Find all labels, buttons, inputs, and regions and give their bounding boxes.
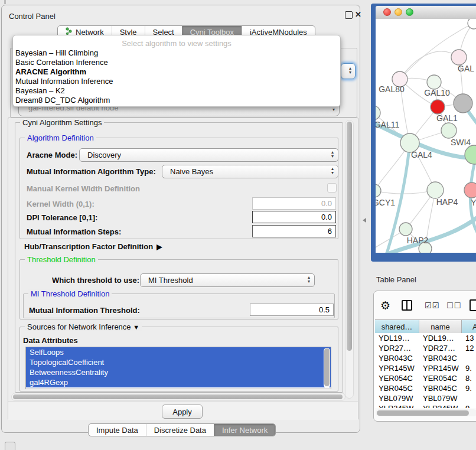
dropdown-item-mutual-information[interactable]: Mutual Information Inference xyxy=(13,77,340,86)
list-scrollbar-thumb[interactable] xyxy=(324,348,330,386)
close-traffic-light[interactable] xyxy=(383,8,391,16)
settings-vertical-scrollbar xyxy=(345,120,354,399)
manual-kernel-width-label: Manual Kernel Width Definition xyxy=(27,184,140,193)
node-gal1-red[interactable] xyxy=(431,100,445,114)
control-panel-title: Control Panel xyxy=(9,12,56,21)
table-row[interactable]: YLR345WYLR345W9. xyxy=(375,403,476,408)
mi-threshold-definition-title: MI Threshold Definition xyxy=(28,289,112,298)
node-label: HAP4 xyxy=(436,197,458,207)
screenshot-root: Control Panel ✕ Network Style Select xyxy=(0,0,476,450)
node-gray-hub[interactable] xyxy=(454,94,472,113)
network-canvas[interactable]: GAL GAL80 GAL10 GAL1 GAL11 SWI4 GAL4 GCY… xyxy=(376,19,476,253)
column-header-third[interactable]: A xyxy=(462,320,476,333)
kernel-width-field[interactable]: 0.0 xyxy=(252,197,336,210)
node-gal10[interactable] xyxy=(427,75,441,89)
expander-right-icon: ▶ xyxy=(157,243,162,251)
mi-threshold-label: Mutual Information Threshold: xyxy=(29,306,140,315)
node-swi4[interactable] xyxy=(441,123,457,138)
mi-steps-field[interactable]: 6 xyxy=(252,225,336,237)
top-edge-artifact xyxy=(4,0,6,4)
table-row[interactable]: YBR043CYBR043C xyxy=(375,353,476,363)
document-icon[interactable] xyxy=(470,299,476,311)
dropdown-item-bayesian-k2[interactable]: Bayesian – K2 xyxy=(13,86,340,96)
hub-definition-expander[interactable]: Hub/Transcription Factor Definition▶ xyxy=(24,242,162,251)
settings-horizontal-scrollbar-thumb[interactable] xyxy=(13,394,343,399)
table-row[interactable]: YBL079WYBL079W xyxy=(375,393,476,403)
network-graph xyxy=(376,19,476,253)
network-window-titlebar[interactable] xyxy=(376,6,476,19)
dropdown-item-aracne[interactable]: ARACNE Algorithm xyxy=(13,67,340,77)
dropdown-item-bayesian-hill-climbing[interactable]: Bayesian – Hill Climbing xyxy=(13,48,340,58)
table-row[interactable]: YDR27…YDR27…12 xyxy=(375,343,476,353)
settings-vertical-scrollbar-thumb[interactable] xyxy=(347,122,352,351)
dpi-tolerance-label: DPI Tolerance [0,1]: xyxy=(27,213,97,222)
float-window-icon[interactable] xyxy=(345,11,353,19)
sources-title-label: Sources for Network Inference xyxy=(27,322,131,331)
table-row[interactable]: YER054CYER054C8. xyxy=(375,373,476,383)
tab-impute-data[interactable]: Impute Data xyxy=(89,424,146,436)
close-icon[interactable]: ✕ xyxy=(355,10,361,19)
zoom-traffic-light[interactable] xyxy=(406,8,413,16)
list-item-gal4rgexp[interactable]: gal4RGexp xyxy=(26,377,331,387)
node-gal-pink[interactable] xyxy=(451,50,467,65)
settings-horizontal-scrollbar xyxy=(11,393,345,401)
list-item-betweennesscentrality[interactable]: BetweennessCentrality xyxy=(26,367,331,377)
node-label: GAL80 xyxy=(379,84,405,94)
table-row[interactable]: YPR145WYPR145W9. xyxy=(375,363,476,373)
node-unlabeled-top[interactable] xyxy=(468,19,476,29)
minimize-traffic-light[interactable] xyxy=(395,8,402,16)
algorithm-dropdown-placeholder: Select algorithm to view settings xyxy=(13,39,340,48)
which-threshold-combo[interactable]: MI Threshold ▴▾ xyxy=(140,273,315,287)
node-hap4[interactable] xyxy=(427,182,444,198)
table-panel: ⚙ ☑☑ ☐☐ shared… name A YDL19…YDL19…13 YD… xyxy=(373,291,476,422)
aracne-mode-value: Discovery xyxy=(87,151,121,159)
algorithm-definition-title: Algorithm Definition xyxy=(25,133,96,142)
node-label: Y xyxy=(471,198,476,207)
deselect-all-icon[interactable]: ☐☐ xyxy=(446,301,461,310)
table-panel-title: Table Panel xyxy=(376,275,416,284)
algorithm-dropdown-popup: Select algorithm to view settings Bayesi… xyxy=(12,35,341,107)
bottom-left-mini-icon[interactable] xyxy=(5,442,15,450)
columns-icon[interactable] xyxy=(402,300,412,311)
node-green-right[interactable] xyxy=(465,145,476,164)
column-header-name[interactable]: name xyxy=(419,320,462,333)
tab-infer-network[interactable]: Infer Network xyxy=(214,424,275,436)
combo-stepper-icon: ▴▾ xyxy=(331,150,334,158)
node-gcy1[interactable] xyxy=(376,184,381,197)
table-row[interactable]: YDL19…YDL19…13 xyxy=(375,333,476,343)
tab-discretize-data[interactable]: Discretize Data xyxy=(146,424,214,436)
control-panel: Control Panel ✕ Network Style Select xyxy=(1,5,360,433)
node-label: HAP2 xyxy=(407,236,429,245)
apply-button[interactable]: Apply xyxy=(162,405,203,419)
table-horizontal-scrollbar-thumb[interactable] xyxy=(377,410,469,416)
mi-threshold-field[interactable]: 0.5 xyxy=(250,304,334,316)
node-salmon-right[interactable] xyxy=(464,182,476,198)
aracne-mode-combo[interactable]: Discovery ▴▾ xyxy=(79,148,338,162)
dpi-tolerance-field[interactable]: 0.0 xyxy=(252,211,336,223)
table-row[interactable]: YBR045CYBR045C9. xyxy=(375,383,476,393)
sources-title[interactable]: Sources for Network Inference ▼ xyxy=(25,322,142,331)
gear-icon[interactable]: ⚙ xyxy=(380,299,390,312)
panel-splitter-arrow[interactable] xyxy=(363,218,366,223)
column-header-shared-name[interactable]: shared… xyxy=(375,320,419,333)
node-label: GCY1 xyxy=(376,198,395,207)
kernel-width-label: Kernel Width (0,1): xyxy=(27,200,94,208)
dropdown-item-basic-correlation[interactable]: Basic Correlation Inference xyxy=(13,58,340,67)
mi-algorithm-type-label: Mutual Information Algorithm Type: xyxy=(27,167,156,176)
node-label: GAL4 xyxy=(411,150,432,159)
select-all-icon[interactable]: ☑☑ xyxy=(425,301,439,310)
mi-algorithm-type-combo[interactable]: Naive Bayes ▴▾ xyxy=(162,165,338,178)
mi-algorithm-type-value: Naive Bayes xyxy=(170,167,213,176)
algorithm-combo-focused-edge[interactable]: ▴▾ xyxy=(341,63,356,79)
mi-steps-label: Mutual Information Steps: xyxy=(27,227,121,236)
dropdown-item-dream8[interactable]: Dream8 DC_TDC Algorithm xyxy=(13,96,340,105)
node-label: SWI4 xyxy=(451,138,471,147)
data-attributes-label: Data Attributes xyxy=(23,336,78,345)
combo-stepper-icon: ▴▾ xyxy=(349,66,351,74)
aracne-mode-label: Aracne Mode: xyxy=(27,151,77,159)
node-hap2[interactable] xyxy=(399,223,412,236)
list-item-selfloops[interactable]: SelfLoops xyxy=(26,347,331,357)
list-item-topologicalcoefficient[interactable]: TopologicalCoefficient xyxy=(26,357,331,367)
network-view-frame: GAL GAL80 GAL10 GAL1 GAL11 SWI4 GAL4 GCY… xyxy=(371,4,476,262)
manual-kernel-width-checkbox[interactable] xyxy=(327,183,337,193)
